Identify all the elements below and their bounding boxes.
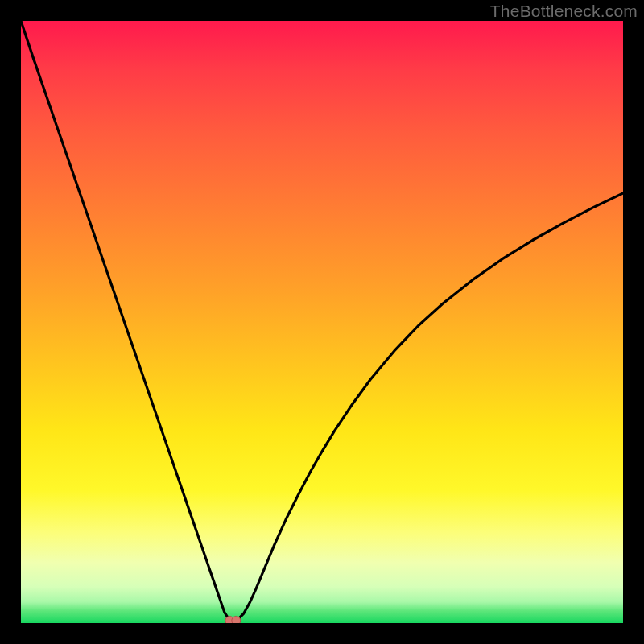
bottleneck-point-marker	[225, 617, 241, 623]
chart-svg	[21, 21, 623, 623]
watermark-text: TheBottleneck.com	[490, 2, 638, 21]
plot-area	[21, 21, 623, 623]
marker-dot	[232, 617, 241, 623]
bottleneck-curve	[21, 21, 623, 621]
